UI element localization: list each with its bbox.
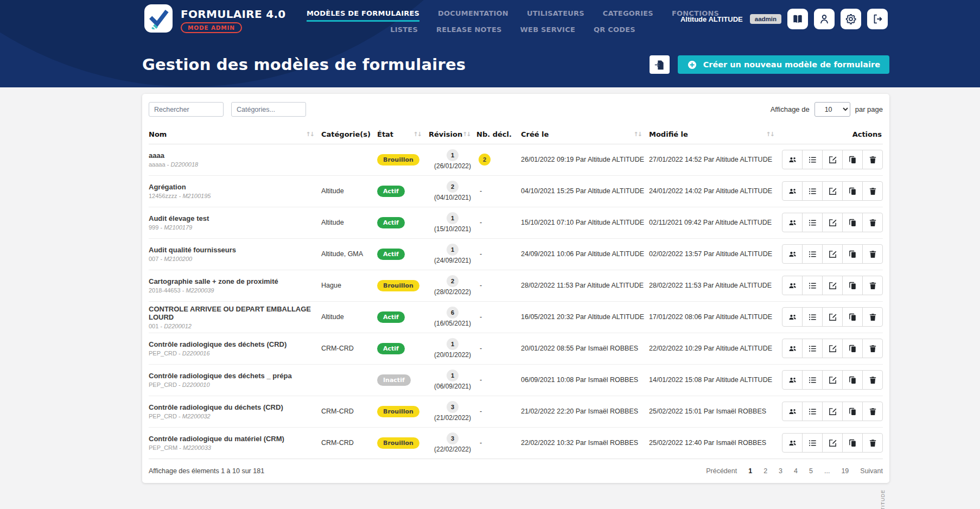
- per-page-select[interactable]: 10: [814, 102, 850, 117]
- revision-number: 1: [447, 370, 459, 381]
- edit-button[interactable]: [822, 150, 843, 169]
- nav-item-qr-codes[interactable]: QR CODES: [594, 26, 635, 38]
- list-declarations-button[interactable]: [802, 370, 823, 390]
- list-declarations-button[interactable]: [802, 150, 823, 169]
- logout-button[interactable]: [867, 9, 888, 29]
- page-number-1[interactable]: 1: [748, 467, 752, 475]
- edit-button[interactable]: [822, 402, 843, 421]
- duplicate-button[interactable]: [842, 433, 863, 453]
- page-number-2[interactable]: 2: [763, 467, 767, 475]
- duplicate-button[interactable]: [842, 213, 863, 232]
- list-declarations-button[interactable]: [802, 244, 823, 264]
- assign-users-button[interactable]: [782, 370, 803, 390]
- assign-users-button[interactable]: [782, 244, 803, 264]
- nav-item-release-notes[interactable]: RELEASE NOTES: [436, 26, 502, 38]
- page-number-3[interactable]: 3: [779, 467, 782, 475]
- model-revision-cell: 3 (21/02/2022): [429, 396, 476, 427]
- delete-button[interactable]: [862, 402, 883, 421]
- sort-icon[interactable]: ↑↓: [306, 131, 314, 138]
- delete-button[interactable]: [862, 370, 883, 390]
- duplicate-button[interactable]: [842, 339, 863, 358]
- copy-icon: [848, 250, 857, 259]
- nav-item-listes[interactable]: LISTES: [390, 26, 418, 38]
- profile-button[interactable]: [814, 9, 835, 29]
- duplicate-button[interactable]: [842, 150, 863, 169]
- search-input[interactable]: [149, 102, 224, 117]
- copy-icon: [848, 218, 857, 227]
- brand: FORMULAIRE 4.0 MODE ADMIN: [144, 4, 286, 33]
- app-logo[interactable]: [144, 4, 173, 33]
- list-declarations-button[interactable]: [802, 402, 823, 421]
- edit-button[interactable]: [822, 276, 843, 295]
- page-number-4[interactable]: 4: [794, 467, 798, 475]
- list-declarations-button[interactable]: [802, 433, 823, 453]
- sort-icon[interactable]: ↑↓: [462, 131, 470, 138]
- duplicate-button[interactable]: [842, 307, 863, 327]
- table-row[interactable]: aaaa aaaaa - D2200018 Brouillon 1 (26/01…: [149, 144, 883, 175]
- assign-users-button[interactable]: [782, 150, 803, 169]
- create-model-button[interactable]: Créer un nouveau modèle de formulaire: [678, 55, 889, 74]
- list-declarations-button[interactable]: [802, 213, 823, 232]
- edit-button[interactable]: [822, 181, 843, 201]
- table-row[interactable]: Contrôle radiologique du matériel (CRM) …: [149, 427, 883, 459]
- nav-item-categories[interactable]: CATEGORIES: [603, 9, 653, 22]
- list-declarations-button[interactable]: [802, 276, 823, 295]
- duplicate-button[interactable]: [842, 276, 863, 295]
- nav-item-documentation[interactable]: DOCUMENTATION: [438, 9, 508, 22]
- page-number-5[interactable]: 5: [809, 467, 813, 475]
- list-declarations-button[interactable]: [802, 339, 823, 358]
- list-declarations-button[interactable]: [802, 307, 823, 327]
- delete-button[interactable]: [862, 150, 883, 169]
- table-row[interactable]: Audit qualité fournisseurs 007 - M210020…: [149, 238, 883, 270]
- revision-date: (06/09/2021): [429, 383, 476, 390]
- delete-button[interactable]: [862, 339, 883, 358]
- assign-users-button[interactable]: [782, 181, 803, 201]
- table-row[interactable]: Audit élevage test 999 - M2100179 Altitu…: [149, 207, 883, 238]
- settings-button[interactable]: [841, 9, 861, 29]
- delete-button[interactable]: [862, 181, 883, 201]
- assign-users-button[interactable]: [782, 433, 803, 453]
- nav-item-utilisateurs[interactable]: UTILISATEURS: [527, 9, 584, 22]
- nav-item-web-service[interactable]: WEB SERVICE: [520, 26, 575, 38]
- categories-filter-input[interactable]: [231, 102, 306, 117]
- edit-icon: [828, 376, 837, 385]
- delete-button[interactable]: [862, 213, 883, 232]
- edit-button[interactable]: [822, 370, 843, 390]
- duplicate-button[interactable]: [842, 402, 863, 421]
- pagination-next[interactable]: Suivant: [860, 467, 883, 475]
- list-declarations-button[interactable]: [802, 181, 823, 201]
- table-row[interactable]: Contrôle radiologique des déchets (CRD) …: [149, 333, 883, 364]
- assign-users-button[interactable]: [782, 402, 803, 421]
- duplicate-button[interactable]: [842, 244, 863, 264]
- sort-icon[interactable]: ↑↓: [413, 131, 421, 138]
- documentation-button[interactable]: [787, 9, 808, 29]
- edit-button[interactable]: [822, 433, 843, 453]
- page-number-19[interactable]: 19: [841, 467, 849, 475]
- table-row[interactable]: Cartographie salle + zone de proximité 2…: [149, 270, 883, 301]
- sort-icon[interactable]: ↑↓: [766, 131, 774, 138]
- assign-users-button[interactable]: [782, 339, 803, 358]
- assign-users-button[interactable]: [782, 307, 803, 327]
- table-row[interactable]: Contrôle radiologique du déchets (CRD) P…: [149, 396, 883, 427]
- edit-button[interactable]: [822, 339, 843, 358]
- duplicate-button[interactable]: [842, 370, 863, 390]
- pagination-previous[interactable]: Précédent: [706, 467, 737, 475]
- delete-button[interactable]: [862, 307, 883, 327]
- import-model-button[interactable]: [650, 55, 670, 74]
- delete-button[interactable]: [862, 276, 883, 295]
- assign-users-button[interactable]: [782, 213, 803, 232]
- model-revision-cell: 6 (16/05/2021): [429, 301, 476, 333]
- edit-button[interactable]: [822, 307, 843, 327]
- table-row[interactable]: Contrôle radiologique des déchets _ prép…: [149, 364, 883, 396]
- edit-button[interactable]: [822, 244, 843, 264]
- delete-button[interactable]: [862, 433, 883, 453]
- brand-text: FORMULAIRE 4.0 MODE ADMIN: [181, 4, 286, 33]
- delete-button[interactable]: [862, 244, 883, 264]
- assign-users-button[interactable]: [782, 276, 803, 295]
- table-row[interactable]: CONTROLE ARRIVEE OU DEPART EMBALLAGE LOU…: [149, 301, 883, 333]
- edit-button[interactable]: [822, 213, 843, 232]
- duplicate-button[interactable]: [842, 181, 863, 201]
- table-row[interactable]: Agrégation 12456zzzz - M2100195 Altitude…: [149, 175, 883, 207]
- sort-icon[interactable]: ↑↓: [634, 131, 641, 138]
- nav-item-modeles-de-formulaires[interactable]: MODÈLES DE FORMULAIRES: [307, 9, 419, 22]
